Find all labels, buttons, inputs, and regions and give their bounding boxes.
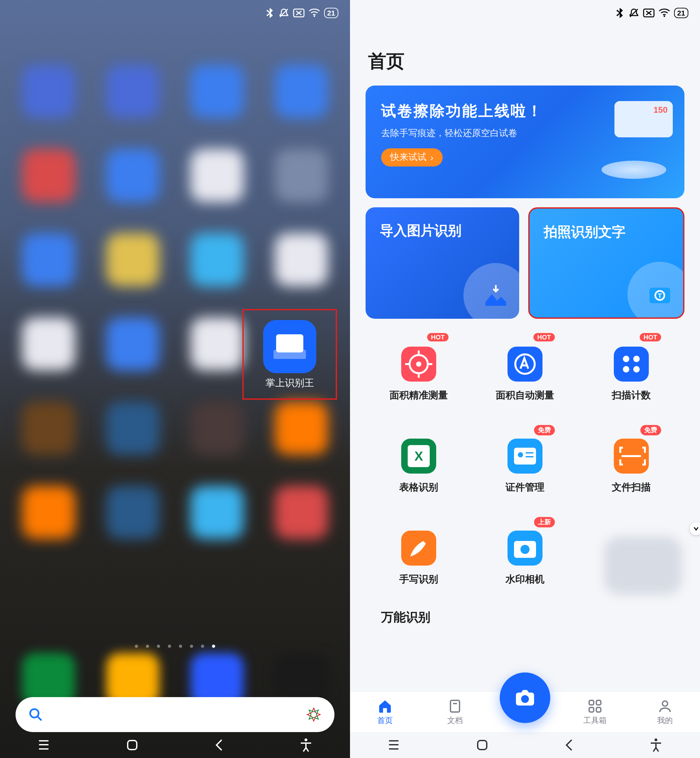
blurred-app-icon[interactable] — [275, 149, 328, 202]
tool-target[interactable]: HOT面积精准测量 — [366, 328, 472, 420]
accessibility-icon[interactable] — [649, 738, 662, 752]
tool-auto[interactable]: HOT面积自动测量 — [472, 328, 578, 420]
tool-label: 水印相机 — [506, 573, 544, 585]
blurred-app-icon[interactable] — [106, 402, 159, 455]
home-icon — [377, 698, 393, 714]
blurred-app-icon[interactable] — [106, 486, 159, 539]
nav-recent-icon[interactable]: ☰ — [38, 737, 50, 753]
tool-badge: 免费 — [534, 425, 555, 435]
blurred-app-icon[interactable] — [275, 65, 328, 118]
camera-ocr-card[interactable]: 拍照识别文字 T — [528, 207, 684, 319]
svg-text:T: T — [658, 292, 662, 299]
blurred-app-icon[interactable] — [191, 149, 244, 202]
blurred-app-icon[interactable] — [191, 233, 244, 286]
blurred-app-icon[interactable] — [22, 65, 75, 118]
svg-point-27 — [623, 356, 629, 362]
page-dot[interactable] — [157, 645, 160, 648]
camera-fab[interactable] — [500, 672, 550, 723]
android-nav-right[interactable]: ☰ — [350, 732, 700, 758]
tab-doc[interactable]: 文档 — [420, 698, 490, 726]
blurred-app-icon[interactable] — [22, 233, 75, 286]
toolbox-icon — [587, 698, 603, 714]
tool-label: 手写识别 — [399, 573, 438, 585]
svg-rect-24 — [508, 346, 542, 381]
page-dot[interactable] — [190, 645, 193, 648]
nav-home-icon[interactable] — [125, 739, 138, 752]
bluetooth-icon — [266, 8, 275, 18]
page-dot[interactable] — [179, 645, 182, 648]
blurred-app-icon[interactable] — [22, 317, 75, 371]
promo-banner[interactable]: 试卷擦除功能上线啦！ 去除手写痕迹，轻松还原空白试卷 快来试试 › — [366, 86, 684, 198]
tool-label: 证件管理 — [506, 481, 544, 493]
blurred-app-icon[interactable] — [191, 317, 244, 371]
blurred-app-icon[interactable] — [106, 233, 159, 286]
blurred-app-icon[interactable] — [22, 486, 75, 539]
blurred-app-icon[interactable] — [275, 233, 328, 286]
svg-rect-47 — [589, 700, 594, 705]
page-dot[interactable] — [168, 645, 171, 648]
tool-excel[interactable]: X表格识别 — [366, 420, 472, 512]
tool-scan[interactable]: 免费文件扫描 — [578, 420, 684, 512]
tool-dots[interactable]: HOT扫描计数 — [578, 328, 684, 420]
tool-badge: HOT — [533, 333, 555, 342]
blurred-app-icon[interactable] — [22, 149, 75, 202]
accessibility-icon[interactable] — [299, 738, 312, 752]
home-screen: 21 掌上识别王 ☰ — [0, 0, 350, 758]
svg-rect-49 — [589, 707, 594, 712]
tab-label: 工具箱 — [583, 715, 607, 726]
svg-point-51 — [662, 701, 667, 706]
svg-point-8 — [304, 739, 307, 741]
camera-icon — [508, 530, 542, 565]
tool-camera[interactable]: 上新水印相机 — [472, 512, 578, 604]
nav-recent-icon[interactable]: ☰ — [388, 737, 400, 753]
nav-home-icon[interactable] — [475, 739, 488, 752]
auto-icon — [508, 346, 542, 381]
tool-badge: HOT — [427, 333, 448, 342]
blurred-app-icon[interactable] — [275, 486, 328, 539]
svg-line-6 — [38, 716, 42, 721]
page-title: 首页 — [368, 49, 405, 74]
page-dot[interactable] — [146, 645, 149, 648]
tab-toolbox[interactable]: 工具箱 — [560, 698, 630, 726]
import-image-card[interactable]: 导入图片识别 — [366, 207, 519, 319]
tab-label: 首页 — [377, 715, 393, 726]
scan-icon — [614, 438, 649, 473]
mute-icon — [629, 8, 639, 18]
svg-rect-50 — [596, 707, 601, 712]
tab-profile[interactable]: 我的 — [630, 698, 700, 726]
android-nav-left[interactable]: ☰ — [0, 732, 350, 758]
blurred-app-icon[interactable] — [106, 65, 159, 118]
search-bar[interactable] — [16, 697, 334, 732]
svg-point-5 — [30, 709, 39, 717]
collapse-arrow[interactable] — [690, 522, 700, 535]
page-dot[interactable] — [135, 645, 138, 648]
tab-home[interactable]: 首页 — [350, 698, 420, 726]
blurred-app-icon[interactable] — [106, 317, 159, 371]
mute-icon — [279, 8, 289, 18]
tool-idcard[interactable]: 免费证件管理 — [472, 420, 578, 512]
blurred-app-icon[interactable] — [106, 149, 159, 202]
page-dot[interactable] — [201, 645, 204, 648]
status-bar-right: 21 — [350, 0, 700, 26]
banner-cta-button[interactable]: 快来试试 › — [381, 148, 442, 167]
assistant-icon — [306, 707, 322, 722]
page-dots[interactable] — [0, 645, 350, 648]
import-image-label: 导入图片识别 — [380, 221, 505, 240]
svg-rect-26 — [614, 346, 649, 381]
nav-back-icon[interactable] — [214, 739, 223, 752]
blurred-app-icon[interactable] — [191, 486, 244, 539]
bluetooth-icon — [616, 8, 625, 18]
blurred-app-icon[interactable] — [191, 402, 244, 455]
svg-rect-54 — [477, 741, 486, 750]
blurred-app-icon[interactable] — [191, 65, 244, 118]
tool-write[interactable]: 手写识别 — [366, 512, 472, 604]
tool-label: 表格识别 — [399, 481, 438, 493]
highlighted-app[interactable]: 掌上识别王 — [242, 309, 337, 400]
svg-text:X: X — [414, 449, 423, 463]
app-grid[interactable] — [16, 65, 334, 539]
tool-label: 面积自动测量 — [496, 389, 554, 401]
blurred-app-icon[interactable] — [275, 402, 328, 455]
page-dot[interactable] — [212, 645, 215, 648]
blurred-app-icon[interactable] — [22, 402, 75, 455]
nav-back-icon[interactable] — [564, 739, 573, 752]
